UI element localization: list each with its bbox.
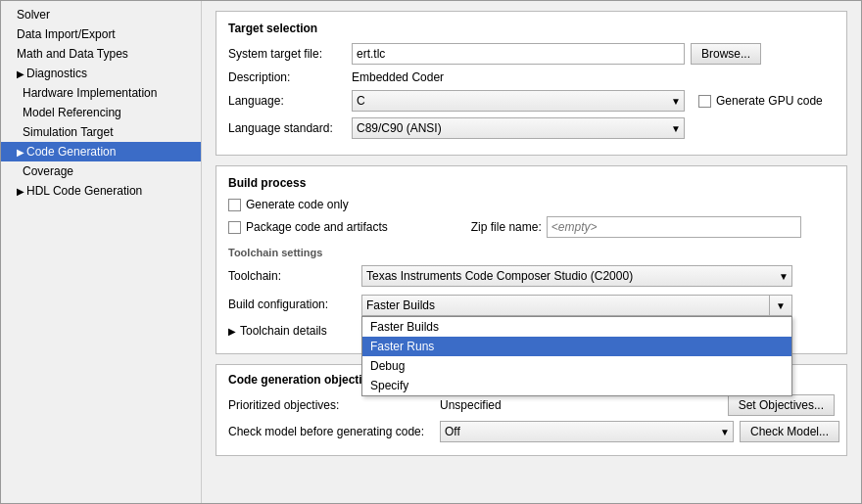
language-std-select-wrap: C89/C90 (ANSI) C99 (ISO) C11 (ISO) ▼ [352,117,685,139]
system-target-label: System target file: [228,47,346,61]
set-objectives-button[interactable]: Set Objectives... [728,394,835,416]
build-config-dropdown-wrap: Faster Builds ▼ Faster Builds Faster Run… [361,295,792,316]
check-model-button[interactable]: Check Model... [740,421,839,442]
toolchain-select-wrap: Texas Instruments Code Composer Studio (… [361,265,792,287]
zip-file-input[interactable] [547,216,801,238]
gpu-checkbox[interactable] [698,95,711,108]
system-target-input[interactable] [352,43,685,65]
toolchain-select-row: Toolchain: Texas Instruments Code Compos… [228,265,835,287]
toolchain-settings-section: Toolchain settings [228,246,835,259]
prioritized-value: Unspecified [440,398,502,412]
gpu-label: Generate GPU code [716,94,823,108]
dropdown-item-faster-runs[interactable]: Faster Runs [362,337,791,356]
main-content: Target selection System target file: Bro… [202,1,861,503]
generate-code-label: Generate code only [246,198,349,211]
dropdown-item-specify[interactable]: Specify [362,376,791,395]
sidebar-item-diagnostics[interactable]: ▶ Diagnostics [1,64,201,83]
prioritized-label: Prioritized objectives: [228,398,434,412]
check-model-label: Check model before generating code: [228,425,434,438]
build-process-title: Build process [228,176,835,190]
toolchain-settings-label: Toolchain settings [228,247,322,258]
build-config-display[interactable]: Faster Builds ▼ [361,295,792,316]
sidebar-item-math-data-types[interactable]: Math and Data Types [1,44,201,64]
sidebar-item-solver[interactable]: Solver [1,5,201,24]
language-row: Language: C C++ ▼ Generate GPU code [228,90,835,112]
toolchain-details-label: Toolchain details [240,324,327,338]
code-gen-arrow-icon: ▶ [17,147,24,158]
toolchain-select[interactable]: Texas Instruments Code Composer Studio (… [361,265,792,287]
target-selection-title: Target selection [228,22,835,35]
dropdown-item-faster-builds[interactable]: Faster Builds [362,317,791,337]
sidebar-item-model-referencing[interactable]: Model Referencing [1,103,201,122]
package-code-row: Package code and artifacts Zip file name… [228,216,835,238]
sidebar-item-code-generation[interactable]: ▶ Code Generation [1,142,201,161]
description-label: Description: [228,70,346,84]
sidebar-item-hdl-code-gen[interactable]: ▶ HDL Code Generation [1,181,201,201]
sidebar-item-hardware-impl[interactable]: Hardware Implementation [1,83,201,103]
language-std-select[interactable]: C89/C90 (ANSI) C99 (ISO) C11 (ISO) [352,117,685,139]
sidebar-item-data-import[interactable]: Data Import/Export [1,24,201,44]
build-config-arrow-icon: ▼ [769,296,791,315]
browse-button[interactable]: Browse... [691,43,761,65]
description-row: Description: Embedded Coder [228,70,835,84]
system-target-row: System target file: Browse... [228,43,835,65]
gpu-row: Generate GPU code [698,94,823,108]
description-value: Embedded Coder [352,70,444,84]
build-process-panel: Build process Generate code only Package… [216,165,847,354]
target-selection-panel: Target selection System target file: Bro… [216,11,847,156]
build-config-row: Build configuration: Faster Builds ▼ Fas… [228,295,835,316]
toolchain-label: Toolchain: [228,269,356,283]
language-select-wrap: C C++ ▼ [352,90,685,112]
toolchain-details-arrow-icon[interactable]: ▶ [228,326,236,337]
dropdown-item-debug[interactable]: Debug [362,356,791,376]
sidebar-item-coverage[interactable]: Coverage [1,161,201,181]
language-select[interactable]: C C++ [352,90,685,112]
sidebar: Solver Data Import/Export Math and Data … [1,1,202,503]
build-config-label: Build configuration: [228,295,356,311]
check-model-select-wrap: Off On ▼ [440,421,734,442]
generate-code-checkbox[interactable] [228,199,241,211]
language-std-label: Language standard: [228,121,346,135]
hdl-arrow-icon: ▶ [17,186,24,197]
build-config-dropdown: Faster Builds Faster Runs Debug Specify [361,316,792,396]
prioritized-objectives-row: Prioritized objectives: Unspecified Set … [228,394,835,416]
language-std-row: Language standard: C89/C90 (ANSI) C99 (I… [228,117,835,139]
sidebar-item-simulation-target[interactable]: Simulation Target [1,122,201,142]
diagnostics-arrow-icon: ▶ [17,69,24,79]
check-model-row: Check model before generating code: Off … [228,421,835,442]
package-code-checkbox[interactable] [228,221,241,234]
check-model-select[interactable]: Off On [440,421,734,442]
build-config-value: Faster Builds [362,298,769,312]
package-code-label: Package code and artifacts [246,220,388,234]
generate-code-only-row: Generate code only [228,198,835,211]
zip-file-label: Zip file name: [471,220,542,234]
language-label: Language: [228,94,346,108]
